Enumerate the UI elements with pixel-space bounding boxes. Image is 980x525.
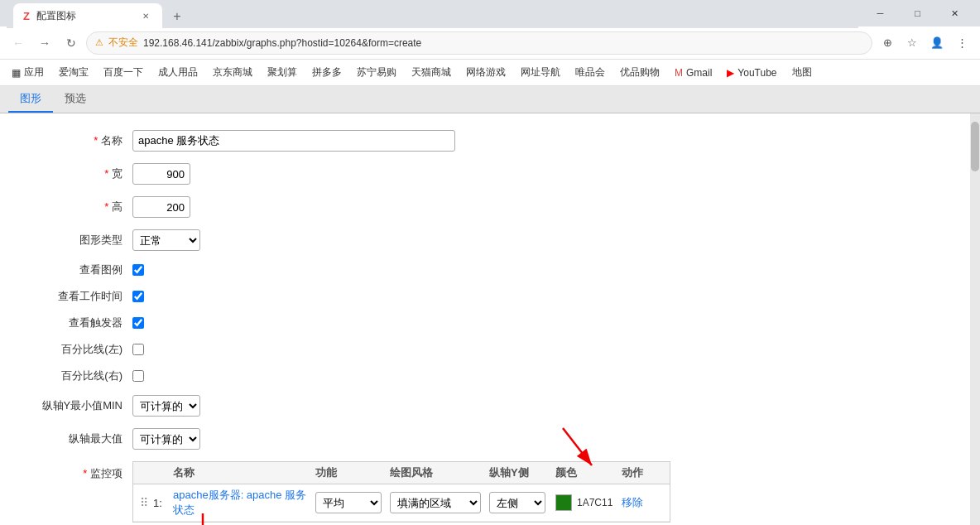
bookmark-pinduoduo[interactable]: 拼多多 [307, 64, 347, 81]
bookmark-juhuasuan[interactable]: 聚划算 [262, 64, 302, 81]
bookmarks-bar: ▦ 应用 爱淘宝 百度一下 成人用品 京东商城 聚划算 拼多多 苏宁易购 天猫商… [0, 60, 980, 86]
show-triggers-label: 查看触发器 [25, 315, 132, 330]
cast-icon[interactable]: ⊕ [876, 31, 899, 55]
bookmark-vip[interactable]: 唯品会 [570, 64, 610, 81]
show-triggers-checkbox[interactable] [132, 317, 144, 329]
show-worktime-row: 查看工作时间 [25, 289, 945, 304]
show-legend-label: 查看图例 [25, 262, 132, 277]
account-icon[interactable]: 👤 [925, 31, 949, 55]
header-action: 动作 [622, 465, 663, 480]
bookmark-tianmao[interactable]: 天猫商城 [406, 64, 456, 81]
title-bar: Z 配置图标 ✕ + ─ □ ✕ [0, 0, 980, 26]
bookmark-youtube[interactable]: ▶ YouTube [722, 65, 781, 80]
header-color: 颜色 [555, 465, 622, 480]
bookmark-youpin[interactable]: 优品购物 [615, 64, 665, 81]
name-input[interactable] [132, 130, 455, 152]
monitor-item-row: ⠿ 1: apache服务器: apache 服务状态 平均 最小 [133, 484, 670, 522]
show-legend-row: 查看图例 [25, 262, 945, 277]
bookmark-apps[interactable]: ▦ 应用 [7, 64, 49, 81]
form-area: 名称 宽 高 图形类型 [0, 113, 970, 525]
show-worktime-label: 查看工作时间 [25, 289, 132, 304]
nav-bar: ← → ↻ ⚠ 不安全 192.168.46.141/zabbix/graphs… [0, 26, 980, 60]
table-header: 名称 功能 绘图风格 纵轴Y侧 颜色 动作 [133, 462, 670, 484]
y-max-select[interactable]: 可计算的 固定 物品 [132, 428, 200, 450]
bookmark-maps[interactable]: 地图 [787, 64, 817, 81]
tab-preview[interactable]: 预选 [53, 86, 98, 113]
monitor-row: 监控项 名称 功能 绘图风格 [25, 461, 945, 525]
header-function: 功能 [315, 465, 390, 480]
y-min-label: 纵轴Y最小值MIN [25, 398, 132, 413]
name-row: 名称 [25, 130, 945, 152]
item-number: 1: [153, 497, 173, 509]
new-tab-button[interactable]: + [166, 5, 189, 28]
name-label: 名称 [25, 133, 132, 148]
page-content: 图形 预选 名称 宽 [0, 86, 980, 525]
item-action: 移除 [622, 495, 663, 510]
y-axis-select[interactable]: 左侧 右侧 [489, 492, 545, 513]
item-y-axis: 左侧 右侧 [489, 492, 555, 513]
header-draw-style: 绘图风格 [390, 465, 489, 480]
drag-handle-icon[interactable]: ⠿ [140, 496, 153, 509]
maximize-button[interactable]: □ [899, 0, 936, 26]
bookmark-games[interactable]: 网络游戏 [461, 64, 511, 81]
security-icon: ⚠ [95, 37, 103, 48]
item-name-link[interactable]: apache服务器: apache 服务状态 [173, 489, 306, 516]
minimize-button[interactable]: ─ [862, 0, 899, 26]
height-row: 高 [25, 196, 945, 218]
bookmark-aitaobao[interactable]: 爱淘宝 [54, 64, 94, 81]
bookmark-baidu[interactable]: 百度一下 [98, 64, 148, 81]
show-worktime-checkbox[interactable] [132, 291, 144, 302]
browser-tab[interactable]: Z 配置图标 ✕ [13, 3, 162, 28]
page-tabs: 图形 预选 [0, 86, 980, 113]
percent-right-checkbox[interactable] [132, 370, 144, 382]
tab-close-button[interactable]: ✕ [139, 9, 152, 22]
monitor-table: 名称 功能 绘图风格 纵轴Y侧 颜色 动作 [132, 461, 670, 523]
percent-left-row: 百分比线(左) [25, 342, 945, 357]
item-name: apache服务器: apache 服务状态 [173, 488, 315, 518]
back-button[interactable]: ← [7, 31, 30, 55]
show-triggers-row: 查看触发器 [25, 315, 945, 330]
tab-graph[interactable]: 图形 [8, 86, 53, 113]
width-input[interactable] [132, 163, 190, 185]
remove-link[interactable]: 移除 [622, 496, 643, 508]
graph-type-row: 图形类型 正常 堆叠 饼图 分解饼图 [25, 229, 945, 251]
y-min-select[interactable]: 可计算的 固定 物品 [132, 395, 200, 417]
bookmark-jd[interactable]: 京东商城 [208, 64, 257, 81]
item-draw-style: 填满的区域 线 粗线 点 虚线 渐变线 [390, 492, 489, 513]
function-select[interactable]: 平均 最小 最大 全部 [315, 492, 382, 513]
item-function: 平均 最小 最大 全部 [315, 492, 390, 513]
height-label: 高 [25, 200, 132, 214]
address-bar[interactable]: ⚠ 不安全 192.168.46.141/zabbix/graphs.php?h… [86, 31, 872, 55]
reload-button[interactable]: ↻ [60, 31, 83, 55]
graph-type-select[interactable]: 正常 堆叠 饼图 分解饼图 [132, 229, 200, 251]
graph-type-label: 图形类型 [25, 233, 132, 248]
percent-right-label: 百分比线(右) [25, 368, 132, 383]
bookmark-star-icon[interactable]: ☆ [901, 31, 924, 55]
color-swatch[interactable] [555, 494, 572, 511]
forward-button[interactable]: → [33, 31, 56, 55]
width-row: 宽 [25, 163, 945, 185]
bookmark-nav[interactable]: 网址导航 [516, 64, 565, 81]
color-hex-text: 1A7C11 [577, 497, 612, 508]
y-max-label: 纵轴最大值 [25, 431, 132, 446]
bookmark-adult[interactable]: 成人用品 [153, 64, 203, 81]
height-input[interactable] [132, 196, 190, 218]
width-label: 宽 [25, 166, 132, 181]
percent-left-checkbox[interactable] [132, 344, 144, 355]
percent-right-row: 百分比线(右) [25, 368, 945, 383]
draw-style-select[interactable]: 填满的区域 线 粗线 点 虚线 渐变线 [390, 492, 481, 513]
scrollbar-thumb[interactable] [971, 122, 979, 171]
y-max-row: 纵轴最大值 可计算的 固定 物品 [25, 428, 945, 450]
bookmark-suning[interactable]: 苏宁易购 [352, 64, 401, 81]
scrollbar[interactable] [970, 113, 980, 525]
header-name: 名称 [173, 465, 315, 480]
percent-left-label: 百分比线(左) [25, 342, 132, 357]
close-button[interactable]: ✕ [936, 0, 973, 26]
show-legend-checkbox[interactable] [132, 264, 144, 276]
bookmark-gmail[interactable]: M Gmail [670, 65, 717, 80]
tab-title: 配置图标 [36, 9, 132, 23]
y-min-row: 纵轴Y最小值MIN 可计算的 固定 物品 [25, 395, 945, 417]
address-text: 192.168.46.141/zabbix/graphs.php?hostid=… [143, 37, 863, 49]
settings-menu-icon[interactable]: ⋮ [950, 31, 973, 55]
apps-icon: ▦ [12, 67, 21, 79]
